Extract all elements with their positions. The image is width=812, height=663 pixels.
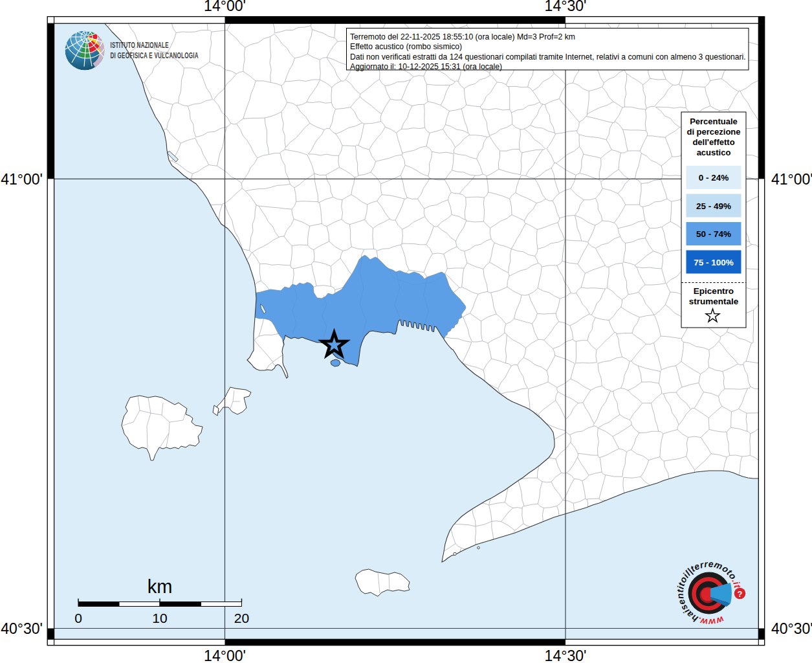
svg-text:14°00': 14°00': [204, 647, 246, 663]
svg-text:10: 10: [152, 611, 167, 625]
svg-text:41°00': 41°00': [771, 171, 812, 188]
svg-text:dell'effetto: dell'effetto: [692, 137, 734, 147]
svg-text:25 - 49%: 25 - 49%: [696, 201, 731, 211]
svg-text:?: ?: [738, 589, 743, 599]
svg-text:14°00': 14°00': [204, 0, 246, 14]
svg-text:50 - 74%: 50 - 74%: [696, 229, 731, 239]
svg-text:Terremoto del 22-11-2025 18:55: Terremoto del 22-11-2025 18:55:10 (ora l…: [350, 32, 575, 41]
svg-text:75 - 100%: 75 - 100%: [694, 258, 734, 267]
svg-text:20: 20: [234, 611, 249, 625]
svg-text:Effetto acustico (rombo sismic: Effetto acustico (rombo sismico): [350, 42, 462, 51]
svg-text:ISTITUTO NAZIONALE: ISTITUTO NAZIONALE: [111, 40, 169, 49]
svg-text:14°30': 14°30': [545, 0, 587, 14]
svg-text:40°30': 40°30': [1, 620, 43, 637]
svg-text:Aggiornato il: 10-12-2025 15:3: Aggiornato il: 10-12-2025 15:31 (ora loc…: [350, 62, 502, 71]
svg-text:41°00': 41°00': [1, 171, 43, 188]
svg-text:di percezione: di percezione: [686, 127, 740, 137]
svg-text:Epicentro: Epicentro: [694, 286, 734, 296]
svg-text:acustico: acustico: [697, 148, 731, 157]
svg-text:0 - 24%: 0 - 24%: [699, 173, 729, 183]
svg-text:DI GEOFISICA E VULCANOLOGIA: DI GEOFISICA E VULCANOLOGIA: [111, 51, 199, 60]
svg-text:strumentale: strumentale: [689, 297, 739, 306]
svg-text:0: 0: [74, 611, 82, 625]
svg-text:40°30': 40°30': [771, 620, 812, 637]
svg-text:14°30': 14°30': [545, 647, 587, 663]
svg-text:Dati non verificati estratti d: Dati non verificati estratti da 124 ques…: [350, 52, 746, 62]
svg-text:km: km: [148, 576, 173, 597]
svg-text:Percentuale: Percentuale: [690, 117, 738, 126]
